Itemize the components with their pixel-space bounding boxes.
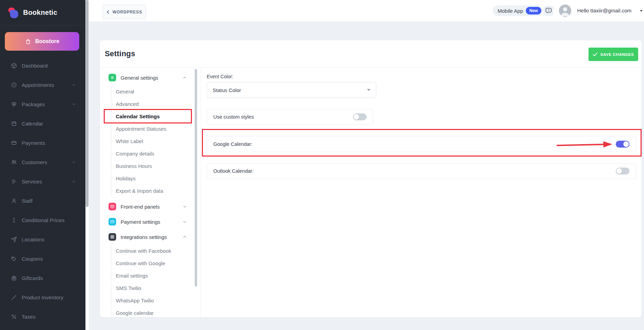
- brand: Booknetic: [0, 0, 85, 26]
- giftcards-icon: [11, 275, 17, 281]
- nav-section-front-end-panels[interactable]: Front-end panels: [109, 200, 201, 213]
- use-custom-styles-row: Use custom styles: [207, 109, 373, 125]
- settings-nav: General settings General Advanced Calend…: [100, 68, 201, 317]
- payments-icon: [11, 140, 17, 146]
- calendar-settings-panel: Event Color: Status Color Use custom sty…: [201, 68, 642, 317]
- packages-icon: [11, 101, 17, 107]
- front-end-panels-icon: [109, 203, 116, 210]
- services-icon: [11, 179, 17, 184]
- annotation-highlight-box: Google Calendar:: [202, 129, 642, 157]
- product-inventory-icon: [11, 294, 17, 300]
- nav-item-general[interactable]: General: [111, 85, 201, 98]
- sidebar-item-payments[interactable]: Payments: [0, 133, 85, 152]
- outlook-calendar-row: Outlook Calendar:: [207, 163, 636, 179]
- save-changes-button[interactable]: SAVE CHANGES: [589, 48, 638, 61]
- booknetic-logo-icon: [8, 7, 19, 19]
- avatar[interactable]: [559, 4, 571, 17]
- nav-section-payment-settings[interactable]: Payment settings: [109, 216, 201, 228]
- google-calendar-row: Google Calendar:: [207, 136, 636, 152]
- nav-item-calendar-settings[interactable]: Calendar Settings: [111, 110, 201, 122]
- sidebar-scrollbar-thumb[interactable]: [86, 0, 89, 207]
- page-title: Settings: [105, 49, 135, 58]
- gear-icon: [109, 74, 116, 81]
- nav-item-appointment-statuses[interactable]: Appointment Statuses: [111, 122, 201, 135]
- dashboard-icon: [11, 63, 17, 69]
- user-greeting[interactable]: Hello ttaxiir@gmail.com: [577, 8, 632, 13]
- sidebar-menu: Dashboard Appointments Packages Calendar…: [0, 56, 85, 326]
- locations-icon: [11, 237, 17, 242]
- chevron-down-icon: [640, 10, 643, 12]
- nav-item-holidays[interactable]: Holidays: [111, 172, 201, 184]
- sidebar-item-packages[interactable]: Packages: [0, 94, 85, 114]
- sidebar-item-giftcards[interactable]: Giftcards: [0, 268, 85, 288]
- topbar: WORDPRESS Mobile App New ? Hello ttaxiir…: [89, 0, 644, 21]
- new-badge: New: [526, 7, 541, 14]
- svg-text:?: ?: [548, 9, 549, 12]
- chevron-up-icon: [183, 76, 187, 80]
- chevron-left-icon: [106, 10, 110, 14]
- boostore-label: Boostore: [35, 38, 59, 44]
- check-icon: [593, 52, 597, 56]
- mobile-app-button[interactable]: Mobile App New: [493, 5, 543, 16]
- nav-item-white-label[interactable]: White Label: [111, 135, 201, 147]
- nav-item-google-calendar[interactable]: Google calendar: [111, 307, 201, 317]
- integrations-sublist: Continue with Facebook Continue with Goo…: [111, 244, 201, 317]
- help-icon: ?: [545, 7, 552, 14]
- nav-section-integrations-settings[interactable]: Integrations settings: [109, 231, 201, 243]
- nav-item-business-hours[interactable]: Business Hours: [111, 160, 201, 172]
- calendar-icon: [11, 121, 17, 127]
- payment-settings-icon: [109, 218, 116, 226]
- staff-icon: [11, 198, 17, 204]
- sidebar-item-product-inventory[interactable]: Product Inventory: [0, 288, 85, 307]
- nav-item-advanced[interactable]: Advanced: [111, 98, 201, 110]
- sidebar-item-coupons[interactable]: Coupons: [0, 249, 85, 268]
- outlook-calendar-toggle[interactable]: [616, 168, 630, 174]
- wordpress-back-button[interactable]: WORDPRESS: [103, 4, 146, 19]
- chevron-up-icon: [183, 235, 187, 239]
- coupons-icon: [11, 256, 17, 262]
- nav-section-general-settings[interactable]: General settings: [109, 71, 201, 84]
- sidebar-item-calendar[interactable]: Calendar: [0, 114, 85, 133]
- sidebar-item-taxes[interactable]: Taxes: [0, 307, 85, 326]
- settings-card: Settings SAVE CHANGES General settings G…: [100, 40, 642, 317]
- sidebar: Booknetic Boostore Dashboard Appointment…: [0, 0, 85, 330]
- sidebar-item-services[interactable]: Services: [0, 172, 85, 191]
- google-calendar-toggle[interactable]: [616, 141, 630, 148]
- shopping-bag-icon: [25, 38, 31, 45]
- event-color-select[interactable]: Status Color: [207, 82, 376, 98]
- sidebar-item-conditional-prices[interactable]: Conditional Prices: [0, 210, 85, 230]
- nav-item-continue-with-facebook[interactable]: Continue with Facebook: [111, 244, 201, 257]
- general-settings-sublist: General Advanced Calendar Settings Appoi…: [111, 85, 201, 197]
- use-custom-styles-toggle[interactable]: [353, 113, 367, 120]
- nav-item-sms-twilio[interactable]: SMS Twilio: [111, 282, 201, 294]
- event-color-label: Event Color:: [207, 74, 636, 79]
- chevron-down-icon: [72, 102, 76, 106]
- chevron-down-icon: [183, 220, 187, 224]
- integrations-icon: [109, 233, 116, 241]
- chevron-down-icon: [367, 89, 370, 91]
- sidebar-item-staff[interactable]: Staff: [0, 191, 85, 210]
- nav-item-email-settings[interactable]: Email settings: [111, 269, 201, 282]
- nav-item-export-import-data[interactable]: Export & Import data: [111, 184, 201, 197]
- customers-icon: [11, 159, 17, 165]
- sidebar-scrollbar[interactable]: [85, 0, 89, 330]
- brand-name: Booknetic: [23, 9, 57, 17]
- card-header: Settings SAVE CHANGES: [100, 40, 642, 68]
- settings-nav-scrollbar[interactable]: [195, 69, 197, 287]
- chevron-down-icon: [183, 204, 187, 209]
- nav-item-company-details[interactable]: Company details: [111, 147, 201, 160]
- chevron-down-icon: [72, 83, 76, 87]
- conditional-prices-icon: [11, 217, 17, 223]
- event-color-value: Status Color: [213, 87, 241, 93]
- sidebar-item-locations[interactable]: Locations: [0, 230, 85, 249]
- chevron-down-icon: [72, 179, 76, 183]
- boostore-button[interactable]: Boostore: [5, 32, 79, 51]
- sidebar-item-customers[interactable]: Customers: [0, 152, 85, 172]
- help-button[interactable]: ?: [543, 6, 554, 16]
- nav-item-whatsapp-twilio[interactable]: WhatsApp Twilio: [111, 294, 201, 307]
- sidebar-item-appointments[interactable]: Appointments: [0, 75, 85, 94]
- nav-item-continue-with-google[interactable]: Continue with Google: [111, 257, 201, 269]
- chevron-down-icon: [72, 160, 76, 164]
- sidebar-item-dashboard[interactable]: Dashboard: [0, 56, 85, 75]
- clock-icon: [11, 82, 17, 88]
